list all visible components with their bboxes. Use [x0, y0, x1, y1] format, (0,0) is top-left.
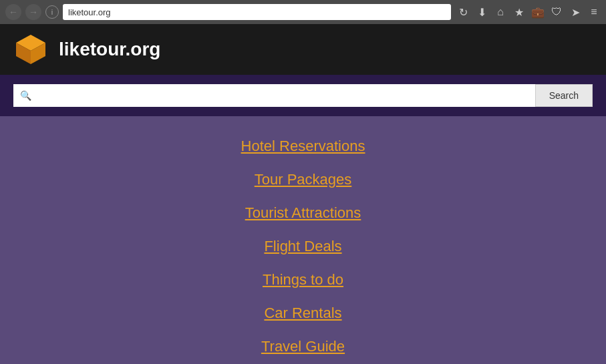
nav-link-car-rentals[interactable]: Car Rentals — [264, 297, 341, 330]
browser-toolbar: ← → i ↻ ⬇ ⌂ ★ 💼 🛡 ➤ ≡ — [0, 0, 606, 24]
url-bar[interactable] — [63, 4, 451, 20]
briefcase-icon[interactable]: 💼 — [531, 5, 545, 19]
site-logo — [13, 32, 48, 67]
nav-link-tourist-attractions[interactable]: Tourist Attractions — [245, 196, 361, 230]
back-button[interactable]: ← — [5, 4, 21, 20]
shield-icon[interactable]: 🛡 — [550, 5, 563, 19]
toolbar-icons: ⬇ ⌂ ★ 💼 🛡 ➤ ≡ — [475, 5, 601, 19]
nav-link-travel-guide[interactable]: Travel Guide — [261, 330, 345, 363]
search-icon: 🔍 — [20, 90, 31, 101]
bookmark-star-icon[interactable]: ★ — [512, 5, 526, 19]
search-input-wrapper: 🔍 — [13, 84, 535, 107]
nav-links: Hotel Reservations Tour Packages Tourist… — [0, 116, 606, 364]
search-input[interactable] — [37, 90, 528, 101]
search-bar-container: 🔍 Search — [0, 75, 606, 116]
download-icon[interactable]: ⬇ — [475, 5, 488, 19]
browser-chrome: ← → i ↻ ⬇ ⌂ ★ 💼 🛡 ➤ ≡ — [0, 0, 606, 24]
site-title-text: liketour.org — [59, 39, 160, 60]
site-header: liketour.org — [0, 24, 606, 75]
nav-link-tour-packages[interactable]: Tour Packages — [255, 163, 352, 196]
nav-link-hotel-reservations[interactable]: Hotel Reservations — [241, 130, 365, 163]
search-button[interactable]: Search — [535, 84, 593, 107]
nav-link-flight-deals[interactable]: Flight Deals — [264, 230, 341, 263]
send-icon[interactable]: ➤ — [569, 5, 582, 19]
menu-icon[interactable]: ≡ — [587, 5, 601, 19]
page-content: liketour.org 🔍 Search Hotel Reservations… — [0, 24, 606, 364]
nav-link-things-to-do[interactable]: Things to do — [263, 263, 343, 297]
home-icon[interactable]: ⌂ — [494, 5, 507, 19]
forward-button[interactable]: → — [25, 4, 41, 20]
reload-button[interactable]: ↻ — [455, 4, 471, 20]
info-button[interactable]: i — [45, 5, 59, 19]
